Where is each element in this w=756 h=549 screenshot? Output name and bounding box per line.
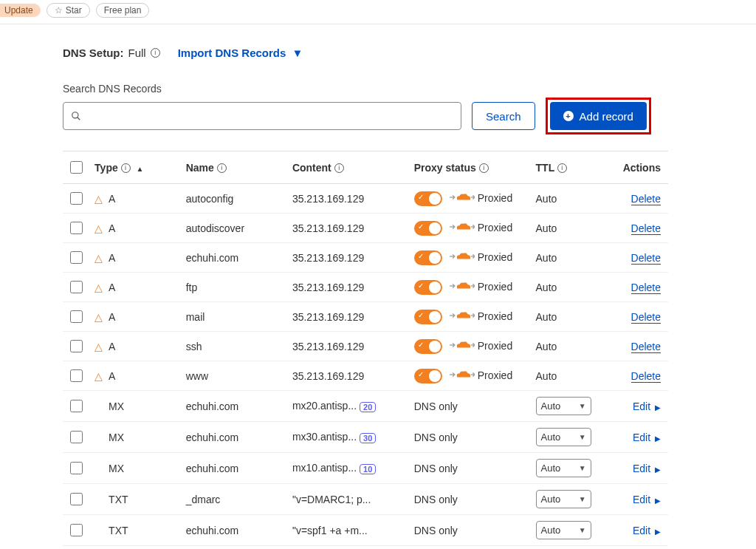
ttl-dropdown[interactable]: Auto▼ [536,428,591,446]
import-dns-link[interactable]: Import DNS Records ▼ [178,47,303,59]
record-proxy: DNS only [410,515,532,546]
proxy-toggle[interactable] [414,280,442,295]
row-checkbox[interactable] [70,251,83,264]
row-checkbox[interactable] [70,340,83,352]
record-proxy: DNS only [410,391,532,422]
add-record-label: Add record [580,110,633,123]
proxy-toggle[interactable] [414,369,442,383]
record-type: A [109,370,115,382]
cloud-icon [450,250,475,265]
info-icon[interactable]: i [479,163,489,173]
col-ttl-label: TTL [536,162,554,174]
edit-link[interactable]: Edit ▶ [633,432,661,443]
table-row[interactable]: TXT_dmarc"v=DMARC1; p...DNS onlyAuto▼Edi… [63,484,668,515]
plan-pill[interactable]: Free plan [96,3,150,18]
import-label: Import DNS Records [178,47,286,59]
select-all-checkbox[interactable] [70,161,83,174]
caret-right-icon: ▶ [655,403,661,412]
add-record-button[interactable]: + Add record [550,102,647,130]
row-checkbox[interactable] [70,524,83,536]
warning-icon: △ [94,370,106,382]
row-checkbox[interactable] [70,192,83,205]
delete-link[interactable]: Delete [631,222,661,235]
warning-icon: △ [94,222,106,234]
proxy-toggle[interactable] [414,250,442,265]
record-content: "v=spf1 +a +m... [288,515,410,546]
edit-link[interactable]: Edit ▶ [633,525,661,536]
delete-link[interactable]: Delete [631,311,661,324]
col-name[interactable]: Name i [182,151,288,184]
table-row[interactable]: △Assh35.213.169.129ProxiedAutoDelete [63,332,668,361]
table-row[interactable]: △Aautoconfig35.213.169.129ProxiedAutoDel… [63,184,668,214]
row-checkbox[interactable] [70,493,83,505]
dns-records-table: Type i ▲ Name i Content i Proxy status i [63,151,668,546]
record-content: 35.213.169.129 [288,361,410,391]
row-checkbox[interactable] [70,369,83,382]
info-icon[interactable]: i [151,48,160,58]
table-row[interactable]: MXechuhi.commx20.antisp...20DNS onlyAuto… [63,391,668,422]
ttl-dropdown[interactable]: Auto▼ [536,397,591,415]
info-icon[interactable]: i [557,163,567,173]
warning-icon: △ [94,311,106,323]
record-content: mx20.antisp...20 [288,391,410,422]
caret-down-icon: ▼ [579,402,586,410]
row-checkbox[interactable] [70,462,83,474]
proxy-toggle[interactable] [414,339,442,354]
star-pill[interactable]: ☆ Star [47,3,90,18]
record-type: A [109,341,115,352]
record-content: mx10.antisp...10 [288,453,410,484]
info-icon[interactable]: i [121,163,131,173]
dns-setup-row: DNS Setup: Full i Import DNS Records ▼ [63,47,742,59]
col-content[interactable]: Content i [288,151,410,184]
table-row[interactable]: △Awww35.213.169.129ProxiedAutoDelete [63,361,668,391]
table-row[interactable]: △Aechuhi.com35.213.169.129ProxiedAutoDel… [63,243,668,273]
ttl-dropdown[interactable]: Auto▼ [536,490,591,508]
row-checkbox[interactable] [70,431,83,443]
row-checkbox[interactable] [70,400,83,412]
record-proxy: DNS only [410,453,532,484]
ttl-dropdown[interactable]: Auto▼ [536,521,591,539]
cloud-icon [450,221,475,235]
caret-down-icon: ▼ [292,47,303,59]
edit-link[interactable]: Edit ▶ [633,463,661,474]
proxy-toggle[interactable] [414,221,442,236]
caret-right-icon: ▶ [655,497,661,505]
col-type[interactable]: Type i ▲ [90,151,182,184]
record-content: 35.213.169.129 [288,332,410,361]
record-type: A [109,282,115,293]
caret-down-icon: ▼ [579,464,586,472]
search-button[interactable]: Search [472,102,535,130]
record-type: A [109,193,115,205]
delete-link[interactable]: Delete [631,370,661,383]
record-type: TXT [109,525,128,536]
ttl-dropdown[interactable]: Auto▼ [536,459,591,477]
record-type: MX [109,432,124,443]
delete-link[interactable]: Delete [631,282,661,294]
table-row[interactable]: △Amail35.213.169.129ProxiedAutoDelete [63,302,668,332]
delete-link[interactable]: Delete [631,252,661,265]
col-actions: Actions [608,151,668,184]
row-checkbox[interactable] [70,281,83,293]
proxy-toggle[interactable] [414,191,442,206]
delete-link[interactable]: Delete [631,341,661,353]
update-pill[interactable]: Update [0,4,41,17]
info-icon[interactable]: i [217,163,227,173]
record-proxy: Proxied [410,243,532,273]
row-checkbox[interactable] [70,310,83,323]
table-row[interactable]: △Aautodiscover35.213.169.129ProxiedAutoD… [63,214,668,243]
info-icon[interactable]: i [334,163,344,173]
table-row[interactable]: △Aftp35.213.169.129ProxiedAutoDelete [63,273,668,302]
search-input[interactable] [63,102,461,130]
delete-link[interactable]: Delete [631,193,661,205]
priority-badge: 30 [360,433,376,443]
edit-link[interactable]: Edit ▶ [633,494,661,505]
col-ttl[interactable]: TTL i [532,151,608,184]
table-row[interactable]: MXechuhi.commx10.antisp...10DNS onlyAuto… [63,453,668,484]
table-row[interactable]: TXTechuhi.com"v=spf1 +a +m...DNS onlyAut… [63,515,668,546]
col-proxy[interactable]: Proxy status i [410,151,532,184]
record-ttl: Auto▼ [532,422,608,453]
edit-link[interactable]: Edit ▶ [633,400,661,412]
row-checkbox[interactable] [70,222,83,234]
proxy-toggle[interactable] [414,310,442,324]
table-row[interactable]: MXechuhi.commx30.antisp...30DNS onlyAuto… [63,422,668,453]
